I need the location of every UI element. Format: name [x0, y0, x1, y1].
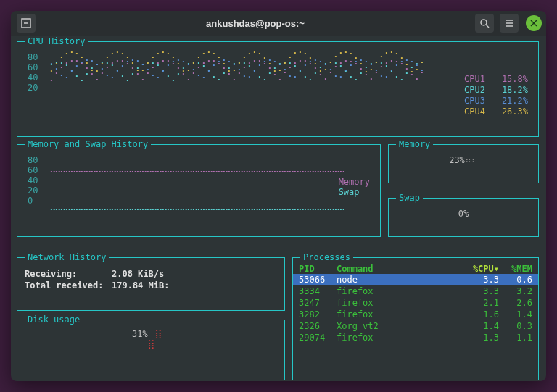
col-command[interactable]: Command: [337, 264, 458, 274]
swap-meter-title: Swap: [396, 193, 423, 203]
titlebar: ankushdas@pop-os:~: [11, 11, 546, 36]
network-body: Receiving:2.08 KiB/s Total received:179.…: [25, 268, 169, 291]
new-tab-button[interactable]: [17, 14, 36, 33]
processes-header[interactable]: PID Command %CPU▾ %MEM: [293, 264, 538, 274]
search-button[interactable]: [475, 14, 494, 33]
table-row[interactable]: 2326Xorg vt21.40.3: [293, 320, 538, 332]
processes-table[interactable]: PID Command %CPU▾ %MEM 53066node3.30.633…: [293, 264, 538, 343]
col-cpu-sorted[interactable]: %CPU▾: [458, 264, 499, 274]
network-history-panel: Network History Receiving:2.08 KiB/s Tot…: [17, 257, 285, 311]
svg-point-2: [481, 20, 487, 25]
cpu-legend: CPU115.8% CPU218.2% CPU321.2% CPU426.3%: [464, 74, 528, 117]
memory-swap-title: Memory and Swap History: [25, 139, 151, 149]
terminal-window: ankushdas@pop-os:~ CPU History 80 60 40 …: [11, 11, 546, 381]
window-title: ankushdas@pop-os:~: [37, 18, 474, 29]
disk-usage-title: Disk usage: [25, 314, 83, 325]
mem-chart: ⠒⠒⠒⠒⠒⠒⠒⠒⠒⠒⠒⠒⠒⠒⠒⠒⠒⠒⠒⠒⠒⠒⠒⠒⠒⠒⠒⠒⠒⠒⠒⠒⠒⠒⠒⠒⠒⠒⠒⠒…: [49, 155, 339, 213]
mem-yaxis: 80 60 40 20 0: [28, 155, 38, 206]
table-row[interactable]: 3282firefox1.61.4: [293, 309, 538, 320]
close-button[interactable]: [526, 15, 542, 31]
swap-meter-panel: Swap 0%: [388, 198, 539, 237]
cpu-history-title: CPU History: [25, 36, 88, 46]
network-title: Network History: [25, 252, 109, 262]
svg-line-3: [486, 25, 489, 28]
memory-meter-panel: Memory 23%⠶⠆: [388, 144, 539, 183]
table-row[interactable]: 29074firefox1.31.1: [293, 332, 538, 343]
table-row[interactable]: 53066node3.30.6: [293, 274, 538, 285]
memory-meter-value: 23%⠶⠆: [389, 155, 538, 165]
processes-title: Processes: [300, 252, 353, 262]
cpu-history-panel: CPU History 80 60 40 20 ⠄⠄⠄⠄⠄⠄⠄⠄⠄⠄⠄⠄⠄⠄⠄⠄…: [17, 41, 539, 137]
col-mem[interactable]: %MEM: [499, 264, 532, 274]
table-row[interactable]: 3247firefox2.12.6: [293, 297, 538, 309]
cpu-chart: ⠄⠄⠄⠄⠄⠄⠄⠄⠄⠄⠄⠄⠄⠄⠄⠄⠄⠄⠄⠄⠄⠄⠄⠄⠄⠄⠄⠄⠄⠄⠄⠄⠄⠄⠄⠄⠄⠄⠄⠄…: [49, 52, 426, 110]
processes-panel: Processes PID Command %CPU▾ %MEM 53066no…: [292, 257, 539, 380]
cpu-yaxis: 80 60 40 20: [28, 52, 38, 93]
disk-usage-panel: Disk usage 31% ⢸⡇⠀⢸⡇: [17, 320, 285, 380]
terminal-body[interactable]: CPU History 80 60 40 20 ⠄⠄⠄⠄⠄⠄⠄⠄⠄⠄⠄⠄⠄⠄⠄⠄…: [11, 36, 546, 381]
hamburger-menu-button[interactable]: [500, 14, 519, 33]
disk-usage-body: 31% ⢸⡇⠀⢸⡇: [17, 329, 284, 349]
swap-meter-value: 0%: [389, 209, 538, 219]
memory-meter-title: Memory: [396, 139, 433, 149]
col-pid[interactable]: PID: [299, 264, 337, 274]
table-row[interactable]: 3334firefox3.33.2: [293, 285, 538, 297]
mem-legend: Memory Swap: [339, 177, 370, 197]
memory-swap-history-panel: Memory and Swap History 80 60 40 20 0 ⠒⠒…: [17, 144, 381, 237]
